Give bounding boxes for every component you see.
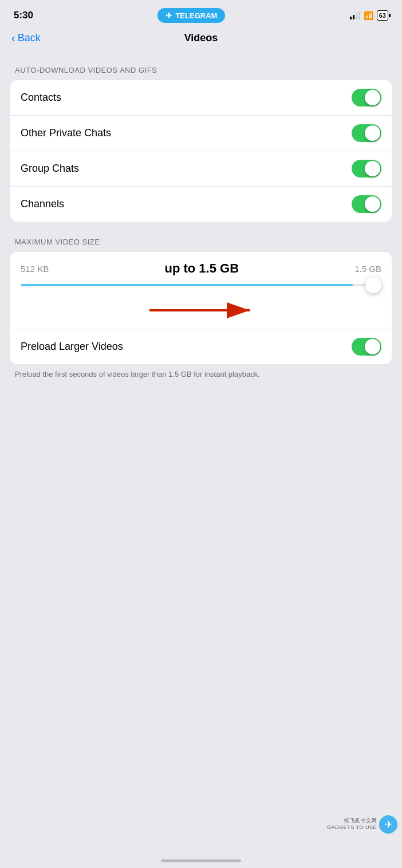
arrow-annotation-row [10,295,392,329]
slider-current-value: up to 1.5 GB [164,261,239,276]
preload-footer-text: Preload the first seconds of videos larg… [15,369,387,380]
slider-max-label: 1.5 GB [354,264,381,274]
channels-label: Channels [21,198,64,210]
group-chats-label: Group Chats [21,163,79,175]
slider-fill [21,284,353,286]
status-icons: 📶 63 [350,10,388,21]
slider-thumb[interactable] [365,277,381,293]
max-video-size-label: MAXIMUM VIDEO SIZE [15,238,392,246]
preload-label: Preload Larger Videos [21,341,123,353]
preload-toggle-knob [365,339,380,354]
auto-download-card: Contacts Other Private Chats Group Chats… [10,80,392,222]
contacts-toggle[interactable] [352,89,381,106]
back-button[interactable]: ‹ Back [11,31,41,45]
other-private-chats-row: Other Private Chats [10,116,392,151]
other-private-chats-label: Other Private Chats [21,127,111,139]
watermark-line1: GADGETS TO USE [327,824,377,831]
status-time: 5:30 [14,10,33,21]
contacts-toggle-knob [365,90,380,105]
nav-bar: ‹ Back Videos [0,27,402,52]
telegram-icon: ✈ [165,11,172,20]
preload-larger-videos-row: Preload Larger Videos [10,329,392,364]
telegram-label: TELEGRAM [175,11,217,20]
arrow-svg [144,300,258,321]
other-private-chats-toggle[interactable] [352,124,381,142]
channels-toggle-knob [365,196,380,212]
watermark-logo: ✈ [379,815,397,834]
status-bar: 5:30 ✈ TELEGRAM 📶 63 [0,0,402,27]
other-private-chats-toggle-knob [365,125,380,141]
watermark-line2: 纸飞机中文网 [327,818,377,824]
group-chats-toggle[interactable] [352,160,381,177]
slider-track[interactable] [21,284,381,286]
contacts-label: Contacts [21,92,61,104]
back-label: Back [18,32,41,44]
battery-icon: 63 [377,10,388,21]
channels-toggle[interactable] [352,195,381,213]
main-content: AUTO-DOWNLOAD VIDEOS AND GIFS Contacts O… [0,52,402,394]
contacts-row: Contacts [10,80,392,116]
signal-icon [350,11,360,19]
slider-labels: 512 KB up to 1.5 GB 1.5 GB [21,261,381,276]
slider-track-container [21,279,381,290]
page-title: Videos [184,32,218,44]
telegram-badge: ✈ TELEGRAM [157,8,225,23]
watermark: 纸飞机中文网 GADGETS TO USE ✈ [327,815,397,834]
home-indicator [161,859,241,862]
back-chevron-icon: ‹ [11,31,15,45]
group-chats-toggle-knob [365,161,380,176]
slider-min-label: 512 KB [21,264,49,274]
group-chats-row: Group Chats [10,151,392,187]
slider-row: 512 KB up to 1.5 GB 1.5 GB [10,252,392,295]
max-video-size-section: MAXIMUM VIDEO SIZE 512 KB up to 1.5 GB 1… [10,238,392,380]
red-arrow-icon [144,300,258,321]
slider-card: 512 KB up to 1.5 GB 1.5 GB [10,252,392,364]
channels-row: Channels [10,187,392,222]
auto-download-section-label: AUTO-DOWNLOAD VIDEOS AND GIFS [15,66,392,74]
watermark-text: 纸飞机中文网 GADGETS TO USE [327,818,377,831]
wifi-icon: 📶 [364,11,373,20]
preload-toggle[interactable] [352,338,381,356]
